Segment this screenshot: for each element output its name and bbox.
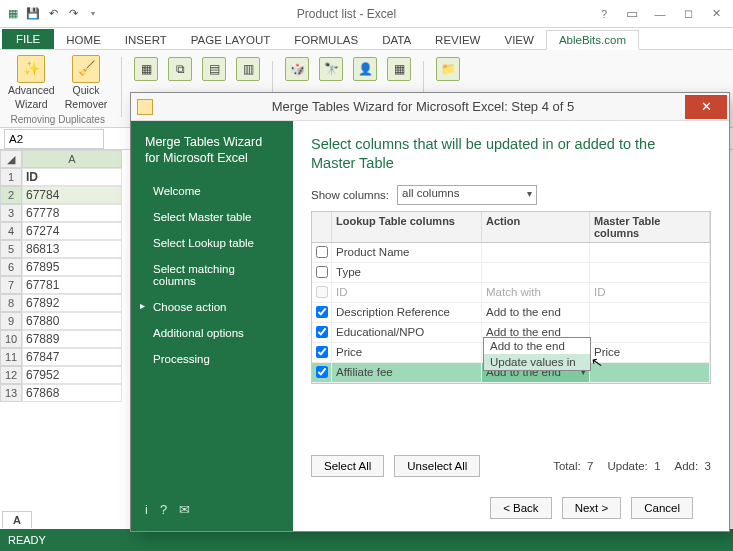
next-button[interactable]: Next > — [562, 497, 622, 519]
row-header[interactable]: 8 — [0, 294, 22, 312]
save-icon[interactable]: 💾 — [24, 5, 42, 23]
row-checkbox[interactable] — [316, 266, 328, 278]
ribbon-tool-icon[interactable]: 📁 — [436, 57, 460, 81]
wizard-step[interactable]: Processing — [131, 346, 293, 372]
restore-icon[interactable]: ◻ — [675, 5, 701, 23]
info-icon[interactable]: i — [145, 502, 148, 517]
cell[interactable]: 67889 — [22, 330, 122, 348]
dialog-heading: Select columns that will be updated in o… — [311, 135, 711, 173]
action-cell[interactable] — [482, 263, 590, 282]
lookup-col: Type — [332, 263, 482, 282]
select-all-corner[interactable]: ◢ — [0, 150, 22, 168]
row-header[interactable]: 11 — [0, 348, 22, 366]
wizard-step[interactable]: Select Master table — [131, 204, 293, 230]
tab-file[interactable]: FILE — [2, 29, 54, 49]
tab-home[interactable]: HOME — [54, 31, 113, 49]
cell[interactable]: 67784 — [22, 186, 122, 204]
unselect-all-button[interactable]: Unselect All — [394, 455, 480, 477]
ribbon-tool-icon[interactable]: 👤 — [353, 57, 377, 81]
dropdown-option[interactable]: Add to the end — [484, 338, 590, 354]
table-row: Product Name — [312, 243, 710, 263]
remover-icon: 🧹 — [72, 55, 100, 83]
cell[interactable]: 67778 — [22, 204, 122, 222]
dialog-close-button[interactable]: ✕ — [685, 95, 727, 119]
cell[interactable]: ID — [22, 168, 122, 186]
tab-formulas[interactable]: FORMULAS — [282, 31, 370, 49]
wizard-step[interactable]: Select Lookup table — [131, 230, 293, 256]
sheet-tab[interactable]: A — [2, 511, 32, 528]
close-icon[interactable]: ✕ — [703, 5, 729, 23]
action-cell[interactable]: Add to the end — [482, 303, 590, 322]
ribbon-group-duplicates: ✨ Advanced Wizard 🧹 Quick Remover Removi… — [6, 53, 109, 127]
wizard-step[interactable]: Choose action — [131, 294, 293, 320]
merge-tables-dialog: Merge Tables Wizard for Microsoft Excel:… — [130, 92, 730, 532]
cell[interactable]: 67880 — [22, 312, 122, 330]
row-header[interactable]: 7 — [0, 276, 22, 294]
row-header[interactable]: 1 — [0, 168, 22, 186]
mail-icon[interactable]: ✉ — [179, 502, 190, 517]
help-icon[interactable]: ? — [591, 5, 617, 23]
undo-icon[interactable]: ↶ — [44, 5, 62, 23]
action-cell[interactable] — [482, 243, 590, 262]
row-checkbox[interactable] — [316, 246, 328, 258]
ribbon-tool-icon[interactable]: ▤ — [202, 57, 226, 81]
select-all-button[interactable]: Select All — [311, 455, 384, 477]
row-checkbox[interactable] — [316, 306, 328, 318]
row-header[interactable]: 5 — [0, 240, 22, 258]
row-checkbox[interactable] — [316, 366, 328, 378]
quick-remover-button[interactable]: 🧹 Quick Remover — [63, 53, 110, 112]
row-header[interactable]: 13 — [0, 384, 22, 402]
row-header[interactable]: 3 — [0, 204, 22, 222]
cell[interactable]: 67847 — [22, 348, 122, 366]
wizard-step[interactable]: Additional options — [131, 320, 293, 346]
master-col — [590, 243, 710, 262]
back-button[interactable]: < Back — [490, 497, 551, 519]
ribbon-tool-icon[interactable]: 🔭 — [319, 57, 343, 81]
tab-view[interactable]: VIEW — [492, 31, 545, 49]
cell[interactable]: 67274 — [22, 222, 122, 240]
cancel-button[interactable]: Cancel — [631, 497, 693, 519]
help-icon[interactable]: ? — [160, 502, 167, 517]
dialog-titlebar[interactable]: Merge Tables Wizard for Microsoft Excel:… — [131, 93, 729, 121]
advanced-wizard-button[interactable]: ✨ Advanced Wizard — [6, 53, 57, 112]
name-box[interactable] — [4, 129, 104, 149]
action-dropdown[interactable]: Add to the end Update values in — [483, 337, 591, 371]
tab-insert[interactable]: INSERT — [113, 31, 179, 49]
cell[interactable]: 67895 — [22, 258, 122, 276]
tab-review[interactable]: REVIEW — [423, 31, 492, 49]
cell[interactable]: 67892 — [22, 294, 122, 312]
cell[interactable]: 67781 — [22, 276, 122, 294]
row-checkbox[interactable] — [316, 346, 328, 358]
show-columns-label: Show columns: — [311, 189, 389, 201]
tab-data[interactable]: DATA — [370, 31, 423, 49]
ribbon-tool-icon[interactable]: ▥ — [236, 57, 260, 81]
ribbon-tool-icon[interactable]: 🎲 — [285, 57, 309, 81]
row-header[interactable]: 10 — [0, 330, 22, 348]
tab-ablebits[interactable]: AbleBits.com — [546, 30, 639, 50]
tab-page-layout[interactable]: PAGE LAYOUT — [179, 31, 282, 49]
ribbon-tool-icon[interactable]: ▦ — [134, 57, 158, 81]
cell[interactable]: 86813 — [22, 240, 122, 258]
wizard-step[interactable]: Welcome — [131, 178, 293, 204]
lookup-col: Price — [332, 343, 482, 362]
dropdown-option[interactable]: Update values in — [484, 354, 590, 370]
ribbon-tool-icon[interactable]: ⧉ — [168, 57, 192, 81]
ribbon-options-icon[interactable]: ▭ — [619, 5, 645, 23]
stats: Total: 7 Update: 1 Add: 3 — [553, 460, 711, 472]
row-header[interactable]: 6 — [0, 258, 22, 276]
row-header[interactable]: 9 — [0, 312, 22, 330]
row-checkbox[interactable] — [316, 326, 328, 338]
qat-dropdown-icon[interactable]: ▾ — [84, 5, 102, 23]
ribbon-tool-icon[interactable]: ▦ — [387, 57, 411, 81]
minimize-icon[interactable]: — — [647, 5, 673, 23]
row-header[interactable]: 2 — [0, 186, 22, 204]
redo-icon[interactable]: ↷ — [64, 5, 82, 23]
cell[interactable]: 67952 — [22, 366, 122, 384]
wizard-step[interactable]: Select matching columns — [131, 256, 293, 294]
ribbon-group-label: Removing Duplicates — [10, 114, 105, 125]
row-header[interactable]: 12 — [0, 366, 22, 384]
column-header-a[interactable]: A — [22, 150, 122, 168]
show-columns-combo[interactable]: all columns — [397, 185, 537, 205]
cell[interactable]: 67868 — [22, 384, 122, 402]
row-header[interactable]: 4 — [0, 222, 22, 240]
